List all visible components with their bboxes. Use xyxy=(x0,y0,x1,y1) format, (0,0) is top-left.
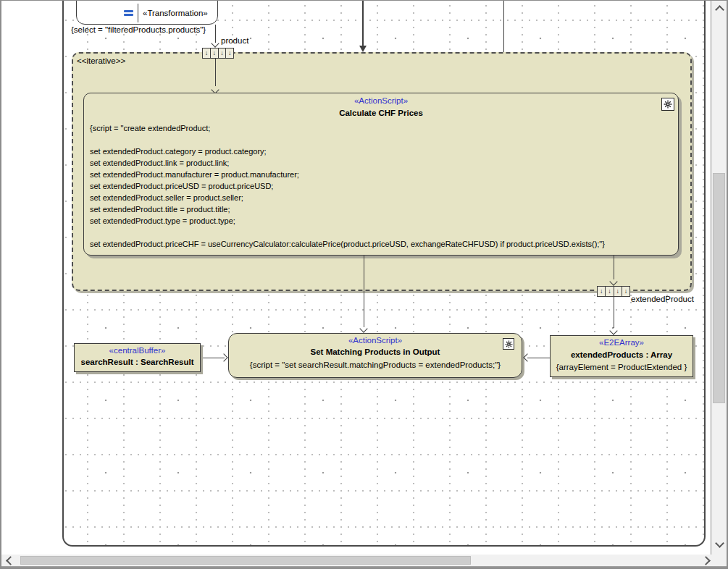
divider xyxy=(138,4,138,22)
transformation-node[interactable]: «Transformation» xyxy=(76,1,218,25)
vertical-scrollbar[interactable] xyxy=(711,1,727,555)
buffer-name: searchResult : SearchResult xyxy=(75,358,200,366)
pin-arrow-icon: ↓ xyxy=(203,49,211,58)
array-constraint: {arrayElement = ProductExtended } xyxy=(551,363,693,371)
calculate-title: Calculate CHF Prices xyxy=(84,109,678,117)
modeler-window: «Transformation» {select = "filteredProd… xyxy=(0,0,728,569)
extendedproduct-pin-label: extendedProduct xyxy=(631,295,694,303)
searchresult-buffer-node[interactable]: «centralBuffer» searchResult : SearchRes… xyxy=(74,343,201,372)
vertical-scrollbar-thumb[interactable] xyxy=(713,173,725,403)
extendedproduct-output-pin[interactable]: ↓ ↓ ↓ ↓ xyxy=(597,286,630,297)
pin-arrow-icon: ↓ xyxy=(226,49,233,58)
flow-pin-to-array[interactable] xyxy=(614,297,614,328)
product-input-pin[interactable]: ↓ ↓ ↓ ↓ xyxy=(202,48,234,59)
horizontal-scrollbar[interactable] xyxy=(1,555,727,566)
calculate-stereotype: «ActionScript» xyxy=(84,96,678,105)
window-bottom-edge xyxy=(1,566,728,569)
calculate-script-text: {script = "create extendedProduct; set e… xyxy=(90,122,605,250)
pin-arrow-icon: ↓ xyxy=(606,287,614,296)
scroll-left-icon[interactable] xyxy=(6,556,15,565)
pin-arrow-icon: ↓ xyxy=(211,49,219,58)
extendedproducts-array-node[interactable]: «E2EArray» extendedProducts : Array {arr… xyxy=(550,335,693,377)
flow-pin-to-calculate[interactable] xyxy=(215,59,216,86)
flow-calculate-to-extendedproduct-pin[interactable] xyxy=(614,256,614,279)
buffer-stereotype: «centralBuffer» xyxy=(75,346,200,355)
set-matching-products-action[interactable]: «ActionScript» Set Matching Products in … xyxy=(228,333,522,378)
flow-into-region[interactable] xyxy=(362,1,364,46)
product-pin-label: product xyxy=(221,36,248,45)
diagram-canvas[interactable]: «Transformation» {select = "filteredProd… xyxy=(1,1,711,555)
array-name: extendedProducts : Array xyxy=(551,350,693,359)
transformation-stereotype: «Transformation» xyxy=(143,9,208,17)
setmatching-stereotype: «ActionScript» xyxy=(229,336,522,345)
setmatching-script-text: {script = "set searchResult.matchingProd… xyxy=(229,361,522,369)
flow-calculate-to-setmatching[interactable] xyxy=(364,256,364,327)
scroll-right-icon[interactable] xyxy=(701,556,711,565)
scroll-down-icon[interactable] xyxy=(715,539,724,548)
iterative-region-label: <<iterative>> xyxy=(77,56,125,65)
pin-arrow-icon: ↓ xyxy=(622,287,629,296)
scroll-up-icon[interactable] xyxy=(715,5,724,14)
setmatching-title: Set Matching Products in Output xyxy=(229,347,522,356)
transformation-constraint: {select = "filteredProducts.products"} xyxy=(71,25,206,34)
action-script-icon xyxy=(503,338,514,350)
calculate-chf-prices-action[interactable]: «ActionScript» Calculate CHF Prices {scr… xyxy=(83,93,679,256)
pin-arrow-icon: ↓ xyxy=(598,287,606,296)
pin-arrow-icon: ↓ xyxy=(219,49,227,58)
array-stereotype: «E2EArray» xyxy=(551,338,693,347)
transformation-icon xyxy=(123,9,134,17)
pin-arrow-icon: ↓ xyxy=(614,287,622,296)
action-script-icon xyxy=(661,98,674,111)
horizontal-scrollbar-thumb[interactable] xyxy=(20,556,471,565)
arrowhead-icon xyxy=(359,46,367,52)
